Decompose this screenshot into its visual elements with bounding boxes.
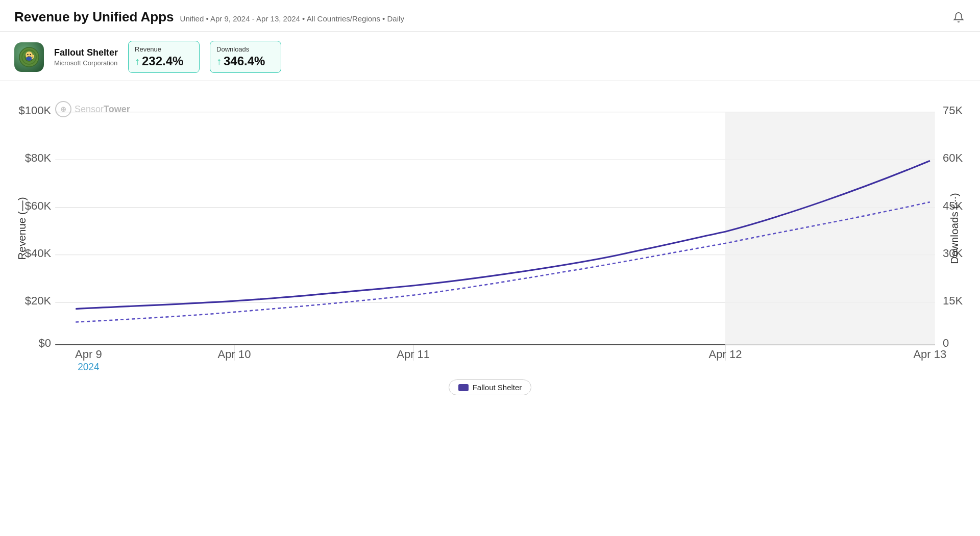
svg-text:$100K: $100K <box>18 104 51 117</box>
revenue-arrow-icon: ↑ <box>135 56 140 66</box>
revenue-value: ↑ 232.4% <box>135 54 191 68</box>
svg-text:$60K: $60K <box>25 199 52 212</box>
svg-text:$40K: $40K <box>25 247 52 260</box>
svg-text:Apr 12: Apr 12 <box>709 348 742 361</box>
svg-text:Apr 10: Apr 10 <box>217 348 251 361</box>
svg-text:Revenue (—): Revenue (—) <box>16 197 28 260</box>
app-details: Fallout Shelter Microsoft Corporation <box>54 47 118 67</box>
app-info-row: Fallout Shelter Microsoft Corporation Re… <box>0 32 980 81</box>
sensortower-watermark: ⊕ SensorTower <box>55 101 130 117</box>
header-subtitle: Unified • Apr 9, 2024 - Apr 13, 2024 • A… <box>180 14 404 23</box>
chart-svg: $100K $80K $60K $40K $20K $0 75K 60K 45K… <box>14 86 966 371</box>
svg-text:$20K: $20K <box>25 294 52 307</box>
app-developer: Microsoft Corporation <box>54 59 118 67</box>
downloads-percent: 346.4% <box>224 54 265 68</box>
svg-text:Downloads (···): Downloads (···) <box>949 193 960 264</box>
downloads-badge: Downloads ↑ 346.4% <box>210 41 281 73</box>
header-left: Revenue by Unified Apps Unified • Apr 9,… <box>14 9 404 25</box>
svg-point-4 <box>26 57 32 61</box>
legend-area: Fallout Shelter <box>14 379 966 395</box>
svg-text:75K: 75K <box>943 104 963 117</box>
svg-text:2024: 2024 <box>78 361 100 371</box>
page-title: Revenue by Unified Apps <box>14 9 174 25</box>
sensortower-logo-icon: ⊕ <box>55 101 71 117</box>
legend-color-icon <box>458 384 469 391</box>
svg-text:Apr 13: Apr 13 <box>913 348 946 361</box>
svg-text:15K: 15K <box>943 294 963 307</box>
svg-rect-14 <box>725 112 935 345</box>
downloads-value: ↑ 346.4% <box>216 54 273 68</box>
revenue-label: Revenue <box>135 45 191 53</box>
app-icon <box>14 42 44 72</box>
app-name: Fallout Shelter <box>54 47 118 58</box>
header-bar: Revenue by Unified Apps Unified • Apr 9,… <box>0 0 980 32</box>
revenue-percent: 232.4% <box>142 54 183 68</box>
svg-text:Apr 9: Apr 9 <box>75 348 102 361</box>
legend-label: Fallout Shelter <box>473 383 522 392</box>
app-icon-inner <box>14 42 44 72</box>
svg-text:Apr 11: Apr 11 <box>397 348 430 361</box>
svg-point-6 <box>30 54 31 55</box>
svg-text:60K: 60K <box>943 151 963 164</box>
svg-text:$80K: $80K <box>25 151 52 164</box>
downloads-label: Downloads <box>216 45 273 53</box>
sensortower-name: SensorTower <box>75 104 130 115</box>
chart-container: ⊕ SensorTower $100K $80K $60K $40K $20K … <box>0 86 980 395</box>
svg-text:$0: $0 <box>39 337 52 349</box>
svg-point-7 <box>32 55 34 57</box>
notifications-bell-icon[interactable] <box>951 10 966 24</box>
chart-area: ⊕ SensorTower $100K $80K $60K $40K $20K … <box>14 86 966 371</box>
downloads-arrow-icon: ↑ <box>216 56 222 66</box>
revenue-badge: Revenue ↑ 232.4% <box>128 41 200 73</box>
svg-point-5 <box>27 54 28 55</box>
legend-item-fallout-shelter: Fallout Shelter <box>449 379 532 395</box>
